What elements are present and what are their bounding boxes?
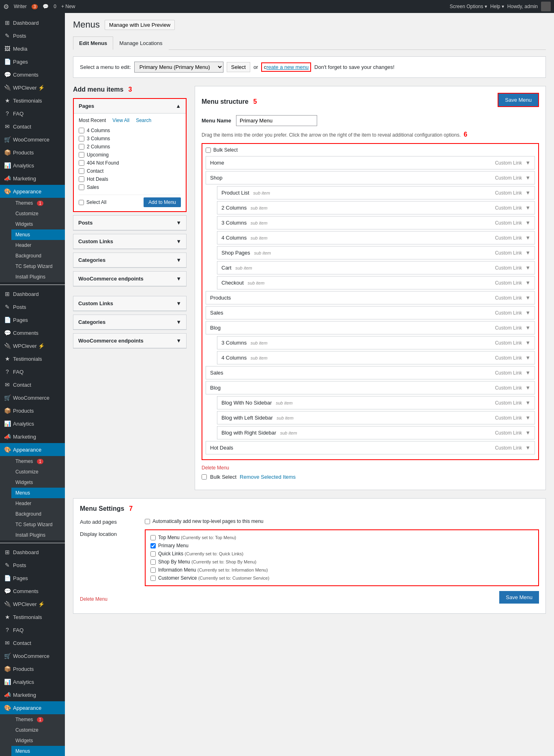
sidebar-item-comments[interactable]: 💬 Comments [0,68,65,81]
location-primary-menu-checkbox[interactable] [150,543,156,548]
menu-item-home-chevron[interactable]: ▼ [525,160,530,166]
sidebar-item-woocommerce[interactable]: 🛒 WooCommerce [0,133,65,146]
page-checkbox-contact[interactable] [79,168,84,174]
manage-with-live-preview-btn[interactable]: Manage with Live Preview [105,20,175,30]
sidebar-item-contact2[interactable]: ✉ Contact [0,378,65,391]
menu-item-4col-blog-chevron[interactable]: ▼ [525,355,530,361]
menu-item-hot-deals-chevron[interactable]: ▼ [525,445,530,451]
save-menu-btn-bottom[interactable]: Save Menu [499,591,539,604]
page-checkbox-404[interactable] [79,160,84,166]
pages-tab-search[interactable]: Search [136,118,151,123]
sidebar-item-products[interactable]: 📦 Products [0,146,65,159]
location-customer-service-checkbox[interactable] [150,576,156,581]
woo-endpoints2-accordion-header[interactable]: WooCommerce endpoints ▼ [73,334,186,348]
woo-endpoints-accordion-header[interactable]: WooCommerce endpoints ▼ [73,272,186,286]
sidebar-item-menus3[interactable]: Menus [11,746,65,756]
tab-edit-menus[interactable]: Edit Menus [73,36,113,50]
sidebar-item-pages2[interactable]: 📄 Pages [0,313,65,326]
sidebar-item-header2[interactable]: Header [11,498,65,509]
page-checkbox-2col[interactable] [79,144,84,150]
pages-accordion-header[interactable]: Pages ▲ [74,99,186,114]
auto-add-checkbox[interactable] [145,519,150,524]
menu-item-blog-left-sidebar-chevron[interactable]: ▼ [525,415,530,421]
menu-item-blog-right-sidebar-chevron[interactable]: ▼ [525,430,530,436]
sidebar-item-contact3[interactable]: ✉ Contact [0,636,65,649]
sidebar-item-pages[interactable]: 📄 Pages [0,55,65,68]
sidebar-item-marketing2[interactable]: 📣 Marketing [0,430,65,443]
sidebar-item-themes2[interactable]: Themes 1 [11,456,65,467]
menu-item-product-list-chevron[interactable]: ▼ [525,190,530,196]
menu-item-2col-chevron[interactable]: ▼ [525,205,530,211]
sidebar-item-widgets[interactable]: Widgets [11,219,65,229]
add-to-menu-btn[interactable]: Add to Menu [144,197,181,207]
page-checkbox-3col[interactable] [79,136,84,141]
sidebar-item-background[interactable]: Background [11,251,65,261]
custom-links2-accordion-header[interactable]: Custom Links ▼ [73,296,186,311]
sidebar-item-widgets3[interactable]: Widgets [11,735,65,746]
sidebar-item-background2[interactable]: Background [11,509,65,519]
sidebar-item-wpclever3[interactable]: 🔌 WPClever ⚡ [0,598,65,610]
location-top-menu-checkbox[interactable] [150,535,156,540]
menu-item-blog2-chevron[interactable]: ▼ [525,385,530,391]
sidebar-item-dashboard2[interactable]: ⊞ Dashboard [0,287,65,300]
sidebar-item-marketing[interactable]: 📣 Marketing [0,172,65,185]
sidebar-item-menus2[interactable]: Menus [11,488,65,498]
select-btn[interactable]: Select [227,62,250,72]
menu-item-blog-no-sidebar-chevron[interactable]: ▼ [525,400,530,406]
delete-menu-link-top[interactable]: Delete Menu [202,465,229,471]
sidebar-item-posts[interactable]: ✎ Posts [0,29,65,42]
pages-tab-most-recent[interactable]: Most Recent [79,118,106,123]
sidebar-item-tc-setup[interactable]: TC Setup Wizard [11,261,65,272]
sidebar-item-install-plugins2[interactable]: Install Plugins [11,530,65,540]
location-shop-by-menu-checkbox[interactable] [150,559,156,565]
sidebar-item-products2[interactable]: 📦 Products [0,404,65,417]
admin-bar-notif[interactable]: 3 [32,4,38,9]
sidebar-item-woocommerce3[interactable]: 🛒 WooCommerce [0,649,65,662]
sidebar-item-appearance3[interactable]: 🎨 Appearance [0,701,65,714]
page-checkbox-4col[interactable] [79,128,84,133]
sidebar-item-wpclever2[interactable]: 🔌 WPClever ⚡ [0,339,65,352]
sidebar-item-dashboard3[interactable]: ⊞ Dashboard [0,546,65,559]
location-quick-links-checkbox[interactable] [150,551,156,557]
bulk-select-checkbox-top[interactable] [206,148,211,153]
menu-item-cart-chevron[interactable]: ▼ [525,265,530,271]
sidebar-item-faq2[interactable]: ? FAQ [0,365,65,378]
menu-select[interactable]: Primary Menu (Primary Menu) [134,62,223,73]
pages-tab-view-all[interactable]: View All [112,118,129,123]
sidebar-item-pages3[interactable]: 📄 Pages [0,572,65,585]
menu-item-shop-pages-chevron[interactable]: ▼ [525,250,530,256]
page-checkbox-hotdeals[interactable] [79,176,84,182]
custom-links-accordion-header[interactable]: Custom Links ▼ [73,234,186,249]
help-btn[interactable]: Help ▾ [490,4,504,9]
sidebar-item-testimonials[interactable]: ★ Testimonials [0,94,65,107]
sidebar-item-products3[interactable]: 📦 Products [0,662,65,675]
sidebar-item-header[interactable]: Header [11,240,65,251]
delete-menu-link-bottom[interactable]: Delete Menu [80,596,107,602]
tab-manage-locations[interactable]: Manage Locations [113,36,168,50]
location-information-menu-checkbox[interactable] [150,568,156,573]
menu-name-input[interactable] [236,115,317,126]
sidebar-item-faq[interactable]: ? FAQ [0,107,65,120]
admin-bar-site-name[interactable]: Writer [14,4,27,9]
bulk-select-checkbox-bottom[interactable] [202,474,207,480]
menu-item-sales-chevron[interactable]: ▼ [525,310,530,316]
wp-logo-icon[interactable]: ⚙ [3,3,9,11]
sidebar-item-analytics2[interactable]: 📊 Analytics [0,417,65,430]
sidebar-item-woocommerce2[interactable]: 🛒 WooCommerce [0,391,65,404]
menu-item-products-chevron[interactable]: ▼ [525,295,530,301]
menu-item-sales2-chevron[interactable]: ▼ [525,370,530,376]
sidebar-item-comments2[interactable]: 💬 Comments [0,326,65,339]
sidebar-item-customize[interactable]: Customize [11,208,65,219]
categories2-accordion-header[interactable]: Categories ▼ [73,315,186,330]
posts-accordion-header[interactable]: Posts ▼ [73,216,186,230]
sidebar-item-tc-setup2[interactable]: TC Setup Wizard [11,519,65,530]
create-new-menu-link[interactable]: reate a new menu [266,64,309,70]
menu-item-4col-shop-chevron[interactable]: ▼ [525,235,530,241]
select-all-checkbox[interactable] [79,200,84,205]
admin-bar-new-btn[interactable]: + New [61,4,75,9]
sidebar-item-appearance[interactable]: 🎨 Appearance [0,185,65,198]
sidebar-item-posts2[interactable]: ✎ Posts [0,300,65,313]
sidebar-item-media[interactable]: 🖼 Media [0,42,65,55]
screen-options-btn[interactable]: Screen Options ▾ [450,4,487,9]
sidebar-item-menus[interactable]: Menus [11,229,65,240]
